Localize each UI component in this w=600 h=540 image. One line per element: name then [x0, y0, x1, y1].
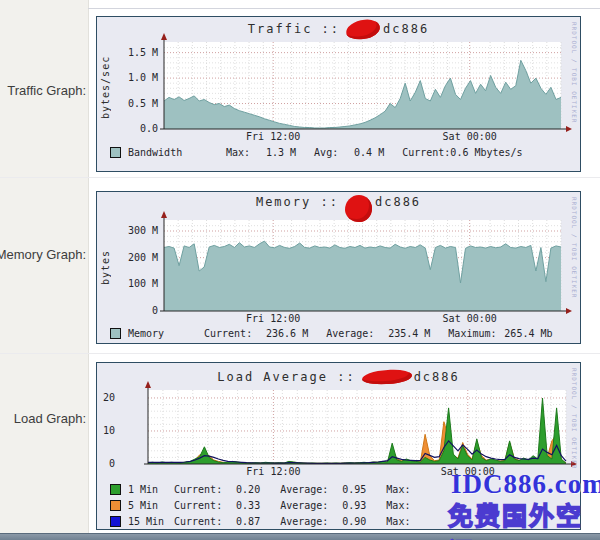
y-tick-label: 0.0: [140, 123, 158, 134]
y-tick-label: 100 M: [128, 278, 158, 289]
legend-stat-value: 0.93: [328, 500, 366, 511]
legend-stat-value: 265.4 Mb: [497, 328, 553, 339]
y-axis-label: bytes/sec: [99, 45, 112, 129]
y-tick-label: 1.5 M: [128, 47, 158, 58]
legend-stat-key: Max:: [366, 516, 410, 527]
legend-stat-key: Current:: [384, 147, 450, 158]
legend-swatch: [110, 500, 121, 511]
legend-stat-key: Max:: [366, 484, 410, 495]
legend-series-name: 15 Min: [128, 516, 174, 527]
legend-stat-value: 0.33: [222, 500, 260, 511]
legend-series-name: Bandwidth: [128, 147, 208, 158]
graph-title-prefix: Traffic ::: [248, 22, 340, 36]
legend-series-name: 1 Min: [128, 484, 174, 495]
x-axis-arrow: [566, 308, 572, 314]
legend-series-name: 5 Min: [128, 500, 174, 511]
x-tick-label: Fri 12:00: [246, 313, 300, 324]
legend-row: 15 Min Current:0.87 Average:0.90 Max:: [110, 516, 410, 527]
top-divider: [88, 8, 600, 9]
redaction-scribble: [361, 369, 412, 386]
legend-stat-value: 0.20: [222, 484, 260, 495]
legend-series-name: Memory: [128, 328, 186, 339]
y-tick-label: 0: [152, 305, 158, 316]
legend-stat-key: Average:: [260, 500, 328, 511]
load-graph-label: Load Graph:: [14, 411, 86, 426]
y-axis-label: bytes: [99, 223, 112, 311]
legend-row: 5 Min Current:0.33 Average:0.93 Max:: [110, 500, 410, 511]
legend-swatch: [110, 328, 121, 339]
legend-row: Bandwidth Max:1.3 M Avg:0.4 M Current:0.…: [110, 147, 523, 158]
legend-stat-key: Current:: [174, 500, 222, 511]
legend-swatch: [110, 147, 121, 158]
x-axis-arrow: [566, 126, 572, 132]
traffic-graph-label: Traffic Graph:: [7, 83, 86, 98]
graph-title: Load Average ::dc886: [97, 370, 580, 384]
redaction-scribble: [345, 195, 372, 222]
legend-stat-key: Maximum:: [430, 328, 496, 339]
graph-title: Memory ::dc886: [97, 195, 580, 222]
y-tick-label: 300 M: [128, 225, 158, 236]
legend-stat-value: 0.4 M: [338, 147, 384, 158]
x-tick-label: Sat 00:00: [443, 131, 497, 142]
graph-title-host: dc886: [414, 370, 460, 384]
legend-stat-value: 1.3 M: [250, 147, 296, 158]
legend-stat-value: 235.4 M: [374, 328, 430, 339]
legend-stat-key: Current:: [186, 328, 252, 339]
row-divider: [0, 353, 600, 354]
legend-stat-value: 0.95: [328, 484, 366, 495]
series-area-Memory: [164, 241, 561, 311]
y-tick-label: 10: [103, 425, 115, 436]
legend-stat-key: Avg:: [296, 147, 338, 158]
legend-stat-key: Current:: [174, 484, 222, 495]
graph-title-prefix: Load Average ::: [217, 370, 355, 384]
legend-stat-value: 236.6 M: [252, 328, 308, 339]
row-divider: [0, 177, 600, 178]
legend-row: 1 Min Current:0.20 Average:0.95 Max:: [110, 484, 410, 495]
graph-title-prefix: Memory ::: [256, 195, 339, 209]
label-column: [0, 0, 89, 533]
legend-stat-key: Max:: [208, 147, 250, 158]
memory-graph-image[interactable]: 0100 M200 M300 MFri 12:00Sat 00:00 Memor…: [96, 191, 581, 344]
legend-stat-key: Average:: [260, 516, 328, 527]
y-tick-label: 200 M: [128, 252, 158, 263]
y-tick-label: 1.0 M: [128, 72, 158, 83]
legend-stat-value: 0.6 Mbytes/s: [450, 147, 522, 158]
watermark-chinese: 免费国外空间: [448, 496, 600, 540]
legend-stat-value: 0.90: [328, 516, 366, 527]
legend-stat-key: Current:: [174, 516, 222, 527]
legend-stat-key: Average:: [260, 484, 328, 495]
graph-title-host: dc886: [383, 22, 429, 36]
legend-stat-key: Average:: [308, 328, 374, 339]
memory-graph-label: Memory Graph:: [0, 247, 86, 262]
legend-row: Memory Current:236.6 M Average:235.4 M M…: [110, 328, 553, 339]
y-tick-label: 0: [109, 458, 115, 469]
x-tick-label: Sat 00:00: [443, 313, 497, 324]
graph-title: Traffic ::dc886: [97, 20, 580, 39]
legend-swatch: [110, 516, 121, 527]
page: Traffic Graph: Memory Graph: Load Graph:…: [0, 0, 600, 540]
legend-swatch: [110, 484, 121, 495]
traffic-graph-image[interactable]: 0.00.5 M1.0 M1.5 MFri 12:00Sat 00:00 Tra…: [96, 16, 581, 172]
x-tick-label: Fri 12:00: [246, 131, 300, 142]
x-tick-label: Fri 12:00: [246, 466, 300, 477]
legend-stat-key: Max:: [366, 500, 410, 511]
legend-stat-value: 0.87: [222, 516, 260, 527]
graph-title-host: dc886: [375, 195, 421, 209]
redaction-scribble: [345, 18, 381, 40]
y-tick-label: 20: [103, 392, 115, 403]
y-tick-label: 0.5 M: [128, 98, 158, 109]
